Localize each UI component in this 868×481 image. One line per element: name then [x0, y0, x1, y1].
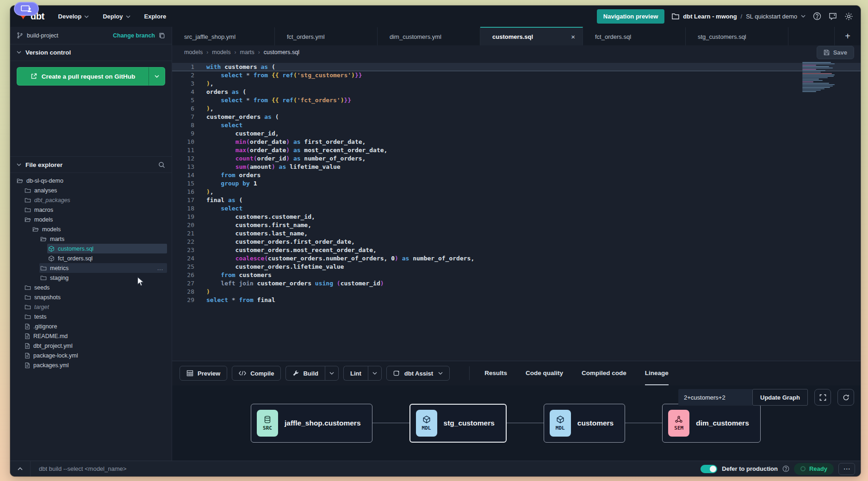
action-main[interactable]: Lint: [343, 366, 368, 381]
fullscreen-button[interactable]: [814, 389, 831, 406]
menu-develop[interactable]: Develop: [58, 13, 89, 20]
update-graph-button[interactable]: Update Graph: [752, 389, 808, 406]
build-dropdown-button[interactable]: [325, 366, 339, 381]
screen-share-badge[interactable]: [14, 2, 39, 16]
tree-row[interactable]: customers.sql: [10, 244, 172, 253]
lineage-node[interactable]: SRCjaffle_shop.customers: [251, 404, 372, 443]
defer-help-icon[interactable]: [782, 465, 789, 472]
code-line[interactable]: 16),: [172, 188, 861, 196]
tree-row[interactable]: staging: [10, 273, 172, 283]
tree-item[interactable]: models: [24, 215, 167, 224]
panel-tab-compiled-code[interactable]: Compiled code: [582, 361, 626, 385]
search-icon[interactable]: [158, 161, 165, 168]
breadcrumb-item[interactable]: customers.sql: [264, 49, 299, 56]
tree-row[interactable]: models: [10, 215, 172, 224]
code-line[interactable]: 27 left join customer_orders using (cust…: [172, 279, 861, 288]
breadcrumb-item[interactable]: marts: [240, 49, 254, 56]
tree-row[interactable]: db-sl-qs-demo: [10, 176, 172, 185]
tree-item[interactable]: macros: [24, 205, 167, 215]
tree-item[interactable]: customers.sql: [47, 244, 167, 253]
ide-status-badge[interactable]: Ready: [794, 463, 834, 475]
editor-tab[interactable]: dim_customers.yml: [378, 27, 480, 45]
copy-icon[interactable]: [159, 32, 165, 39]
compile-button[interactable]: Compile: [232, 366, 281, 381]
code-line[interactable]: 8 select: [172, 121, 861, 130]
tree-row[interactable]: README.md: [10, 331, 172, 341]
status-overflow-menu-button[interactable]: ⋯: [838, 463, 855, 475]
close-tab-icon[interactable]: ×: [571, 33, 575, 41]
tree-item[interactable]: fct_orders.sql: [47, 253, 167, 263]
lineage-node[interactable]: SEMdim_customers: [662, 404, 761, 443]
tree-item[interactable]: seeds: [24, 283, 167, 292]
code-line[interactable]: 7customer_orders as (: [172, 113, 861, 121]
code-line[interactable]: 22 customer_orders.first_order_date,: [172, 238, 861, 246]
code-line[interactable]: 25 customer_orders.lifetime_value: [172, 263, 861, 271]
action-main[interactable]: Build: [285, 366, 325, 381]
code-line[interactable]: 13 sum(amount) as lifetime_value: [172, 163, 861, 171]
navigation-preview-button[interactable]: Navigation preview: [597, 9, 664, 24]
tree-item[interactable]: dbt_packages: [24, 195, 167, 205]
new-tab-button[interactable]: +: [835, 27, 861, 45]
code-line[interactable]: 29select * from final: [172, 296, 861, 304]
tree-row[interactable]: fct_orders.sql: [10, 253, 172, 263]
editor-tab[interactable]: stg_customers.sql: [686, 27, 788, 45]
tree-row[interactable]: .gitignore: [10, 321, 172, 331]
tree-item[interactable]: target: [24, 302, 167, 312]
code-editor[interactable]: 1with customers as (2 select * from {{ r…: [172, 59, 861, 361]
code-line[interactable]: 1with customers as (: [172, 63, 861, 71]
breadcrumb-item[interactable]: models: [184, 49, 203, 56]
lineage-canvas[interactable]: SRCjaffle_shop.customersMDLstg_customers…: [172, 385, 861, 461]
editor-tab[interactable]: fct_orders.yml: [275, 27, 378, 45]
command-input[interactable]: dbt build --select <model_name>: [39, 465, 126, 472]
editor-tab[interactable]: src_jaffle_shop.yml: [172, 27, 275, 45]
panel-tab-results[interactable]: Results: [484, 361, 507, 385]
tree-row[interactable]: target: [10, 302, 172, 312]
tree-row[interactable]: metrics...: [10, 263, 172, 273]
item-menu-icon[interactable]: ...: [157, 265, 163, 271]
code-line[interactable]: 4orders as (: [172, 88, 861, 96]
tree-item[interactable]: db-sl-qs-demo: [16, 176, 167, 185]
code-line[interactable]: 11 max(order_date) as most_recent_order_…: [172, 146, 861, 154]
file-explorer-header[interactable]: File explorer: [10, 156, 172, 173]
tree-item[interactable]: tests: [24, 312, 167, 321]
code-line[interactable]: 15 group by 1: [172, 179, 861, 188]
lint-button[interactable]: Lint: [343, 366, 382, 381]
breadcrumb-item[interactable]: models: [212, 49, 230, 56]
tree-row[interactable]: analyses: [10, 185, 172, 195]
tree-row[interactable]: marts: [10, 234, 172, 244]
panel-tab-code-quality[interactable]: Code quality: [526, 361, 563, 385]
minimap[interactable]: [802, 62, 838, 97]
tree-item[interactable]: packages.yml: [24, 360, 167, 370]
code-line[interactable]: 6),: [172, 105, 861, 113]
feedback-icon[interactable]: [829, 12, 837, 20]
tree-row[interactable]: snapshots: [10, 292, 172, 302]
code-line[interactable]: 10 min(order_date) as first_order_date,: [172, 138, 861, 146]
code-line[interactable]: 18 select: [172, 204, 861, 213]
tree-row[interactable]: models: [10, 224, 172, 234]
save-button[interactable]: Save: [817, 46, 854, 59]
refresh-button[interactable]: [837, 389, 854, 406]
version-control-header[interactable]: Version control: [10, 44, 172, 61]
editor-tab[interactable]: customers.sql×: [480, 27, 583, 45]
preview-button[interactable]: Preview: [180, 366, 227, 381]
action-main[interactable]: Preview: [180, 366, 227, 381]
create-pr-dropdown-button[interactable]: [149, 67, 165, 86]
tree-row[interactable]: macros: [10, 205, 172, 215]
tree-item[interactable]: snapshots: [24, 292, 167, 302]
action-main[interactable]: dbt Assist: [386, 366, 450, 381]
build-button[interactable]: Build: [285, 366, 339, 381]
code-line[interactable]: 23 customer_orders.most_recent_order_dat…: [172, 246, 861, 254]
code-line[interactable]: 21 customers.last_name,: [172, 229, 861, 238]
account-project-switcher[interactable]: dbt Learn - mwong / SL quickstart demo: [672, 13, 806, 20]
tree-row[interactable]: dbt_project.yml: [10, 341, 172, 351]
tree-row[interactable]: package-lock.yml: [10, 351, 172, 360]
tree-row[interactable]: tests: [10, 312, 172, 321]
code-line[interactable]: 28): [172, 288, 861, 296]
tree-item[interactable]: marts: [39, 234, 167, 244]
panel-tab-lineage[interactable]: Lineage: [645, 361, 669, 385]
tree-row[interactable]: dbt_packages: [10, 195, 172, 205]
action-main[interactable]: Compile: [232, 366, 281, 381]
code-line[interactable]: 26 from customers: [172, 271, 861, 279]
code-line[interactable]: 2 select * from {{ ref('stg_customers')}…: [172, 71, 861, 80]
settings-gear-icon[interactable]: [844, 12, 853, 21]
